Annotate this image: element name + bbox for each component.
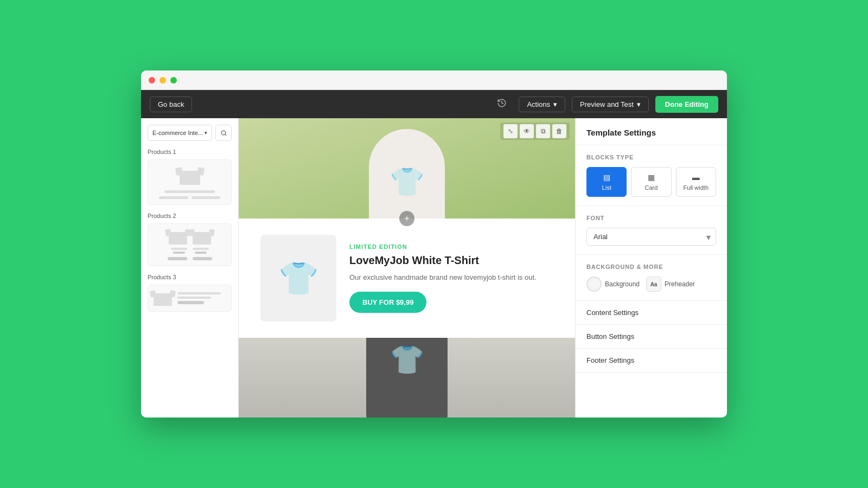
block-type-card-button[interactable]: ▦ Card (631, 167, 671, 197)
font-section: FONT Arial (576, 206, 727, 255)
fullscreen-button[interactable] (170, 77, 177, 84)
preheader-button[interactable]: Aa Preheader (646, 277, 695, 292)
content-settings-link[interactable]: Content Settings (576, 301, 727, 325)
block-type-fullwidth-button[interactable]: ▬ Full width (676, 167, 716, 197)
product-image: 👕 (260, 235, 336, 322)
product-badge: LIMITED EDITION (349, 243, 553, 250)
products-1-label: Products 1 (148, 149, 232, 155)
font-label: FONT (586, 215, 716, 221)
integration-dropdown[interactable]: E-commerce Inte... ▾ (148, 125, 212, 141)
main-layout: E-commerce Inte... ▾ Products 1 (141, 118, 727, 418)
background-color-button[interactable]: Background (586, 277, 640, 292)
products-1-card[interactable] (148, 159, 232, 205)
right-panel-title: Template Settings (576, 118, 727, 145)
main-window: Go back Actions ▾ Preview and Test ▾ Don… (141, 70, 727, 418)
products-2-card[interactable] (148, 223, 232, 266)
list-icon: ▤ (603, 173, 610, 182)
actions-button[interactable]: Actions ▾ (519, 97, 565, 112)
blocks-type-options: ▤ List ▦ Card ▬ Full width (586, 167, 716, 197)
toolbar-expand-button[interactable]: ⤡ (503, 124, 518, 138)
svg-point-0 (221, 131, 226, 135)
minimize-button[interactable] (159, 77, 166, 84)
search-button[interactable] (215, 125, 232, 141)
products-3-section: Products 3 (148, 274, 232, 312)
bg-label: BACKGROUND & MORE (586, 264, 716, 270)
bottom-banner-block: 👕 (239, 338, 575, 418)
sidebar-search-row: E-commerce Inte... ▾ (148, 125, 232, 141)
done-editing-button[interactable]: Done Editing (655, 96, 718, 113)
toolbar-copy-button[interactable]: ⧉ (536, 124, 550, 138)
product-card-block: 👕 LIMITED EDITION LoveMyJob White T-Shir… (239, 219, 575, 338)
products-1-section: Products 1 (148, 149, 232, 205)
products-2-label: Products 2 (148, 213, 232, 219)
background-swatch (586, 277, 602, 292)
top-banner-block: 👕 ⤡ 👁 ⧉ 🗑 + (239, 118, 575, 219)
buy-button[interactable]: BUY FOR $9,99 (349, 292, 426, 313)
fullwidth-icon: ▬ (692, 173, 700, 182)
blocks-type-section: BLOCKS TYPE ▤ List ▦ Card ▬ Full width (576, 145, 727, 206)
toolbar-view-button[interactable]: 👁 (520, 124, 534, 138)
background-section: BACKGROUND & MORE Background Aa Preheade… (576, 255, 727, 301)
right-panel: Template Settings BLOCKS TYPE ▤ List ▦ C… (575, 118, 727, 418)
blocks-type-label: BLOCKS TYPE (586, 154, 716, 160)
button-settings-link[interactable]: Button Settings (576, 325, 727, 349)
preheader-icon: Aa (646, 277, 661, 292)
font-select[interactable]: Arial (586, 228, 716, 246)
left-sidebar: E-commerce Inte... ▾ Products 1 (141, 118, 239, 418)
topbar: Go back Actions ▾ Preview and Test ▾ Don… (141, 90, 727, 118)
products-2-section: Products 2 (148, 213, 232, 266)
products-3-card[interactable] (148, 285, 232, 312)
block-type-list-button[interactable]: ▤ List (586, 167, 627, 197)
preview-test-button[interactable]: Preview and Test ▾ (572, 97, 649, 112)
products-3-label: Products 3 (148, 274, 232, 280)
history-button[interactable] (492, 95, 512, 114)
product-block-content: 👕 LIMITED EDITION LoveMyJob White T-Shir… (239, 219, 575, 338)
product-info: LIMITED EDITION LoveMyJob White T-Shirt … (349, 243, 553, 313)
footer-settings-link[interactable]: Footer Settings (576, 349, 727, 373)
preview-chevron-icon: ▾ (637, 100, 641, 108)
product-title: LoveMyJob White T-Shirt (349, 254, 553, 267)
bg-controls-row: Background Aa Preheader (586, 277, 716, 292)
card-icon: ▦ (648, 173, 655, 182)
toolbar-delete-button[interactable]: 🗑 (552, 124, 566, 138)
font-select-wrapper: Arial (586, 228, 716, 246)
dropdown-chevron-icon: ▾ (205, 130, 207, 136)
close-button[interactable] (149, 77, 155, 84)
actions-chevron-icon: ▾ (553, 100, 557, 108)
email-preview-area: 👕 ⤡ 👁 ⧉ 🗑 + 👕 (239, 118, 575, 418)
titlebar (141, 70, 727, 90)
add-block-below-button[interactable]: + (399, 211, 414, 226)
product-description: Our exclusive handmade brand new lovemyj… (349, 272, 553, 283)
go-back-button[interactable]: Go back (150, 97, 192, 112)
top-banner-toolbar: ⤡ 👁 ⧉ 🗑 (500, 123, 570, 140)
